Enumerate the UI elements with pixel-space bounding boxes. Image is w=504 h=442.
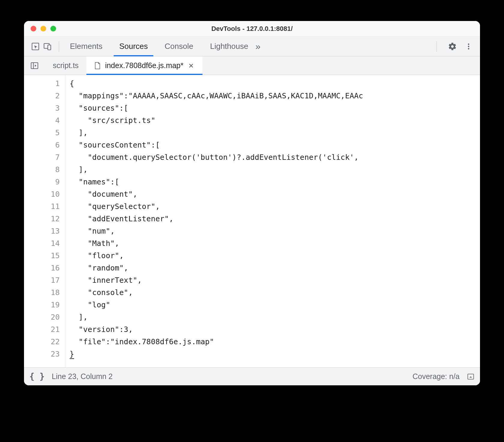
line-number: 10 bbox=[24, 188, 65, 200]
line-number: 22 bbox=[24, 336, 65, 348]
line-number: 12 bbox=[24, 213, 65, 225]
code-line[interactable]: ], bbox=[70, 311, 480, 323]
file-tab-label: script.ts bbox=[53, 61, 79, 70]
code-line[interactable]: "log" bbox=[70, 299, 480, 311]
line-number: 9 bbox=[24, 176, 65, 188]
code-line[interactable]: "document", bbox=[70, 188, 480, 200]
settings-gear-icon[interactable] bbox=[446, 40, 458, 52]
drawer-toggle-icon[interactable] bbox=[467, 373, 475, 381]
code-line[interactable]: "file":"index.7808df6e.js.map" bbox=[70, 336, 480, 348]
minimize-window-button[interactable] bbox=[40, 26, 46, 31]
maximize-window-button[interactable] bbox=[50, 26, 56, 31]
code-line[interactable]: "random", bbox=[70, 262, 480, 274]
line-number: 14 bbox=[24, 237, 65, 249]
line-gutter: 1234567891011121314151617181920212223 bbox=[24, 75, 65, 367]
line-number: 23 bbox=[24, 348, 65, 360]
main-toolbar: Elements Sources Console Lighthouse » bbox=[24, 37, 480, 56]
line-number: 6 bbox=[24, 139, 65, 151]
code-line[interactable]: "sources":[ bbox=[70, 102, 480, 114]
line-number: 18 bbox=[24, 286, 65, 299]
file-tab-script-ts[interactable]: script.ts bbox=[45, 56, 86, 75]
tab-lighthouse[interactable]: Lighthouse bbox=[210, 37, 248, 56]
code-line[interactable]: "addEventListener", bbox=[70, 213, 480, 225]
coverage-status: Coverage: n/a bbox=[412, 372, 460, 381]
line-number: 1 bbox=[24, 77, 65, 90]
code-line[interactable]: ], bbox=[70, 163, 480, 176]
line-number: 3 bbox=[24, 102, 65, 114]
code-line[interactable]: ], bbox=[70, 127, 480, 139]
file-tabs: script.ts index.7808df6e.js.map* bbox=[24, 56, 480, 75]
devtools-window: DevTools - 127.0.0.1:8081/ Elements Sour… bbox=[24, 21, 480, 385]
line-number: 7 bbox=[24, 151, 65, 163]
navigator-toggle-icon[interactable] bbox=[24, 56, 45, 75]
code-editor[interactable]: 1234567891011121314151617181920212223 { … bbox=[24, 75, 480, 367]
svg-point-3 bbox=[468, 43, 470, 45]
line-number: 13 bbox=[24, 225, 65, 237]
code-line[interactable]: "Math", bbox=[70, 237, 480, 249]
tab-sources[interactable]: Sources bbox=[119, 37, 148, 56]
line-number: 15 bbox=[24, 249, 65, 262]
line-number: 16 bbox=[24, 262, 65, 274]
close-window-button[interactable] bbox=[31, 26, 36, 31]
tab-elements[interactable]: Elements bbox=[70, 37, 102, 56]
window-controls bbox=[31, 26, 56, 31]
line-number: 11 bbox=[24, 200, 65, 213]
line-number: 19 bbox=[24, 299, 65, 311]
code-line[interactable]: { bbox=[70, 77, 480, 90]
code-line[interactable]: "num", bbox=[70, 225, 480, 237]
code-line[interactable]: "mappings":"AAAAA,SAASC,cAAc,WAAWC,iBAAi… bbox=[70, 90, 480, 102]
panel-tabs: Elements Sources Console Lighthouse bbox=[70, 37, 248, 56]
code-line[interactable]: "sourcesContent":[ bbox=[70, 139, 480, 151]
code-line[interactable]: "querySelector", bbox=[70, 200, 480, 213]
code-line[interactable]: "floor", bbox=[70, 249, 480, 262]
pretty-print-icon[interactable]: { } bbox=[29, 372, 45, 381]
file-icon bbox=[94, 62, 101, 70]
titlebar: DevTools - 127.0.0.1:8081/ bbox=[24, 21, 480, 37]
toolbar-separator bbox=[436, 41, 437, 52]
kebab-menu-icon[interactable] bbox=[463, 40, 475, 52]
line-number: 20 bbox=[24, 311, 65, 323]
svg-rect-2 bbox=[48, 45, 51, 50]
more-tabs-icon[interactable]: » bbox=[255, 41, 260, 52]
tab-console[interactable]: Console bbox=[165, 37, 193, 56]
code-line[interactable]: "names":[ bbox=[70, 176, 480, 188]
line-number: 21 bbox=[24, 323, 65, 336]
code-line[interactable]: "innerText", bbox=[70, 274, 480, 286]
code-content[interactable]: { "mappings":"AAAAA,SAASC,cAAc,WAAWC,iBA… bbox=[65, 75, 480, 367]
line-number: 5 bbox=[24, 127, 65, 139]
window-title: DevTools - 127.0.0.1:8081/ bbox=[211, 25, 292, 33]
line-number: 8 bbox=[24, 163, 65, 176]
svg-point-5 bbox=[468, 48, 470, 49]
code-line[interactable]: "console", bbox=[70, 286, 480, 299]
line-number: 4 bbox=[24, 114, 65, 127]
svg-rect-6 bbox=[31, 63, 38, 69]
code-line[interactable]: "src/script.ts" bbox=[70, 114, 480, 127]
toolbar-separator bbox=[59, 41, 59, 52]
line-number: 17 bbox=[24, 274, 65, 286]
line-number: 2 bbox=[24, 90, 65, 102]
inspect-element-icon[interactable] bbox=[29, 40, 41, 52]
close-tab-icon[interactable] bbox=[188, 62, 195, 69]
code-line[interactable]: "document.querySelector('button')?.addEv… bbox=[70, 151, 480, 163]
code-line[interactable]: } bbox=[70, 348, 480, 360]
cursor-position: Line 23, Column 2 bbox=[52, 372, 113, 381]
device-toolbar-icon[interactable] bbox=[41, 40, 53, 52]
code-line[interactable]: "version":3, bbox=[70, 323, 480, 336]
file-tab-index-map[interactable]: index.7808df6e.js.map* bbox=[86, 56, 202, 75]
status-bar: { } Line 23, Column 2 Coverage: n/a bbox=[24, 367, 480, 385]
file-tab-label: index.7808df6e.js.map* bbox=[105, 61, 183, 70]
svg-point-4 bbox=[468, 46, 470, 47]
